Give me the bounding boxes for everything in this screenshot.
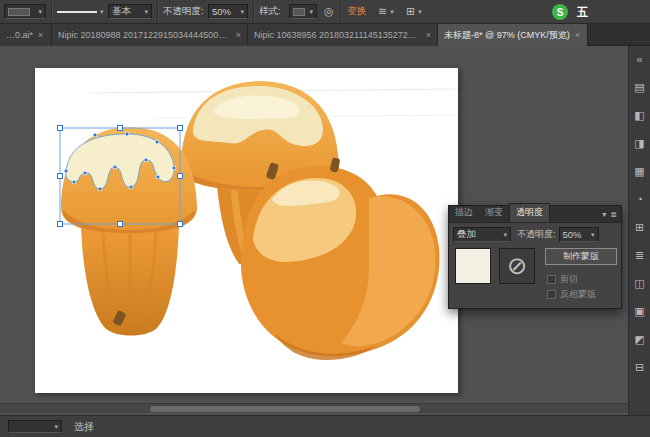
arrange-options-dropdown[interactable]: ⊞ ▾ <box>406 4 422 19</box>
chevron-down-icon: ▾ <box>100 8 104 16</box>
horizontal-scrollbar[interactable] <box>0 403 628 413</box>
panel-opacity-dropdown[interactable]: 50% ▾ <box>559 227 599 242</box>
collapse-icon[interactable]: ▾ <box>602 210 606 219</box>
panel-opacity-value: 50% <box>563 229 582 240</box>
tab-gradient[interactable]: 渐变 <box>479 204 509 222</box>
system-tray: S 五 <box>552 3 588 21</box>
chevron-down-icon: ▾ <box>54 423 58 431</box>
panel-icon[interactable]: ◧ <box>632 107 648 123</box>
opacity-value: 50% <box>212 6 231 17</box>
stroke-preview-dropdown[interactable]: ▾ <box>57 4 104 19</box>
align-icon: ≋ <box>378 5 387 18</box>
artwork-canvas[interactable] <box>35 68 458 393</box>
close-icon[interactable]: × <box>236 30 241 40</box>
fill-swatch-dropdown[interactable]: ▾ <box>4 4 46 19</box>
opacity-dropdown[interactable]: 50% ▾ <box>208 4 248 19</box>
tab-label: …0.ai* <box>6 30 33 40</box>
style-label: 样式: <box>259 4 281 19</box>
panel-icon[interactable]: ◨ <box>632 135 648 151</box>
pumpkin-right[interactable] <box>241 157 440 360</box>
style-swatch-dropdown[interactable]: ▾ <box>289 4 317 19</box>
tab-label: Nipic 10638956 20180321114513527224.ai* <box>254 30 421 40</box>
expand-panels-icon[interactable]: « <box>632 51 648 67</box>
chevron-down-icon: ▾ <box>390 8 394 16</box>
tab-stroke[interactable]: 描边 <box>449 204 479 222</box>
panel-icon[interactable]: ⊞ <box>632 219 648 235</box>
checkbox-icon <box>547 290 556 299</box>
panel-icon[interactable]: ◔ <box>632 191 648 207</box>
blend-mode-value: 叠加 <box>457 228 476 241</box>
brush-preset-label: 基本 <box>112 5 131 18</box>
close-icon[interactable]: × <box>426 30 431 40</box>
illustrator-window: ▾ ▾ 基本 ▾ 不透明度: 50% ▾ 样式: ▾ ◎ 变换 ≋ ▾ <box>0 0 650 437</box>
zoom-dropdown[interactable]: ▾ <box>8 420 62 433</box>
chevron-down-icon: ▾ <box>591 231 595 239</box>
chevron-down-icon: ▾ <box>240 8 244 16</box>
muffin-left[interactable] <box>61 127 197 336</box>
clip-label: 剪切 <box>560 273 578 286</box>
make-mask-button[interactable]: 制作蒙版 <box>545 248 617 265</box>
chevron-down-icon: ▾ <box>418 8 422 16</box>
transparency-panel-header[interactable]: 描边 渐变 透明度 ▾ ≣ <box>449 206 621 223</box>
panel-opacity-label: 不透明度: <box>517 228 556 241</box>
panel-icon[interactable]: ◩ <box>632 331 648 347</box>
panel-icon[interactable]: ◫ <box>632 275 648 291</box>
opacity-label: 不透明度: <box>163 4 204 19</box>
document-tab-bar: …0.ai* × Nipic 20180988 2017122915034444… <box>0 24 650 46</box>
panel-icon[interactable]: ▤ <box>632 79 648 95</box>
invert-mask-checkbox[interactable]: 反相蒙版 <box>547 288 596 301</box>
panel-icon[interactable]: ⊟ <box>632 359 648 375</box>
panel-dock: « ▤ ◧ ◨ ▦ ◔ ⊞ ≣ ◫ ▣ ◩ ⊟ <box>628 46 650 415</box>
document-tab-active[interactable]: 未标题-8* @ 97% (CMYK/预览) × <box>438 24 588 46</box>
close-icon[interactable]: × <box>38 30 43 40</box>
document-tab[interactable]: Nipic 20180988 20171229150344445000.ai* … <box>52 24 248 46</box>
fill-swatch <box>8 8 30 16</box>
mask-thumbnail[interactable]: ⊘ <box>499 248 535 284</box>
status-selection-label: 选择 <box>74 420 94 434</box>
stroke-line-icon <box>57 11 97 13</box>
ime-badge-icon[interactable]: S <box>552 4 568 20</box>
transform-link[interactable]: 变换 <box>347 4 366 19</box>
chevron-down-icon: ▾ <box>144 8 148 16</box>
close-icon[interactable]: × <box>575 30 580 40</box>
control-bar: ▾ ▾ 基本 ▾ 不透明度: 50% ▾ 样式: ▾ ◎ 变换 ≋ ▾ <box>0 0 650 24</box>
ime-language-indicator[interactable]: 五 <box>577 5 588 20</box>
recolor-artwork-icon[interactable]: ◎ <box>324 4 334 19</box>
transparency-panel: 描边 渐变 透明度 ▾ ≣ 叠加 ▾ 不透明度: 50% ▾ ⊘ 制作蒙版 <box>448 205 622 309</box>
document-tab[interactable]: …0.ai* × <box>0 24 52 46</box>
document-tab[interactable]: Nipic 10638956 20180321114513527224.ai* … <box>248 24 438 46</box>
clip-checkbox[interactable]: 剪切 <box>547 273 578 286</box>
object-thumbnail[interactable] <box>455 248 491 284</box>
invert-mask-label: 反相蒙版 <box>560 288 596 301</box>
chevron-down-icon: ▾ <box>309 8 313 16</box>
horizontal-scrollbar-thumb[interactable] <box>150 406 420 412</box>
align-options-dropdown[interactable]: ≋ ▾ <box>378 4 394 19</box>
chevron-down-icon: ▾ <box>38 8 42 16</box>
chevron-down-icon: ▾ <box>503 231 507 239</box>
style-swatch <box>293 8 305 16</box>
arrange-icon: ⊞ <box>406 5 415 18</box>
artboard[interactable] <box>35 68 458 393</box>
no-mask-icon: ⊘ <box>507 252 527 279</box>
checkbox-icon <box>547 275 556 284</box>
brush-preset-dropdown[interactable]: 基本 ▾ <box>108 4 152 19</box>
blend-mode-dropdown[interactable]: 叠加 ▾ <box>453 227 511 242</box>
panel-icon[interactable]: ≣ <box>632 247 648 263</box>
status-bar: ▾ 选择 <box>0 415 650 437</box>
tab-label: Nipic 20180988 20171229150344445000.ai* <box>58 30 231 40</box>
panel-icon[interactable]: ▣ <box>632 303 648 319</box>
panel-menu-icon[interactable]: ≣ <box>610 210 617 219</box>
tab-label: 未标题-8* @ 97% (CMYK/预览) <box>444 29 570 42</box>
panel-icon[interactable]: ▦ <box>632 163 648 179</box>
tab-transparency[interactable]: 透明度 <box>509 203 550 222</box>
